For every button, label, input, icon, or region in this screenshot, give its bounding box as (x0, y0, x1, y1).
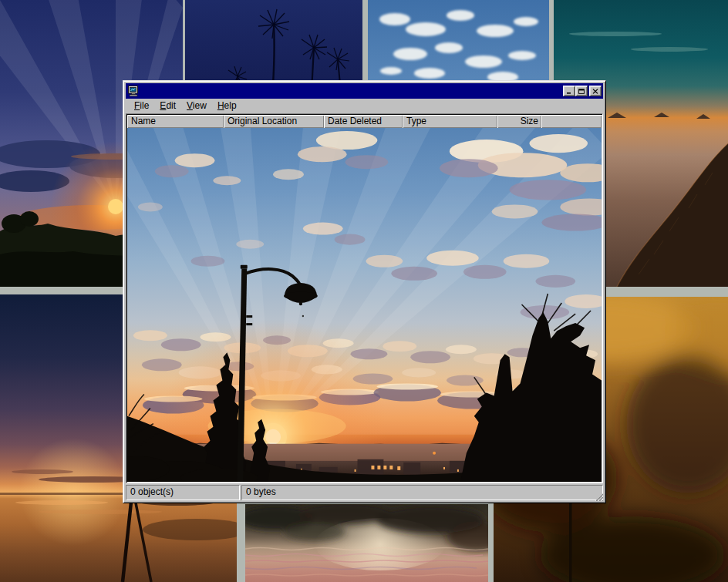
column-header-name[interactable]: Name (127, 115, 224, 128)
menu-bar: File Edit View Help (126, 99, 603, 113)
column-header-type[interactable]: Type (403, 115, 497, 128)
maximize-button[interactable] (575, 86, 588, 96)
status-object-count: 0 object(s) (126, 485, 240, 500)
file-list-view: Name Original Location Date Deleted Type… (126, 113, 603, 483)
column-header-original-location[interactable]: Original Location (224, 115, 324, 128)
menu-view[interactable]: View (181, 99, 212, 113)
column-header-date-deleted[interactable]: Date Deleted (324, 115, 403, 128)
column-header-row: Name Original Location Date Deleted Type… (127, 115, 602, 128)
resize-grip[interactable] (593, 490, 603, 500)
sunset-lamp-photo (127, 128, 602, 482)
recycle-bin-window: File Edit View Help Name Original Locati… (123, 80, 606, 503)
title-bar[interactable] (126, 83, 603, 99)
menu-help[interactable]: Help (212, 99, 242, 113)
list-content-area[interactable] (127, 128, 602, 482)
menu-file[interactable]: File (129, 99, 154, 113)
computer-icon (127, 85, 140, 97)
wallpaper-tile-pink-water-reflection (245, 504, 488, 582)
status-byte-count: 0 bytes (241, 485, 603, 500)
column-header-size[interactable]: Size (497, 115, 541, 128)
status-bar: 0 object(s) 0 bytes (126, 483, 603, 500)
menu-edit[interactable]: Edit (154, 99, 181, 113)
close-button[interactable] (589, 86, 602, 96)
column-header-filler (541, 115, 602, 128)
minimize-button[interactable] (563, 86, 575, 96)
